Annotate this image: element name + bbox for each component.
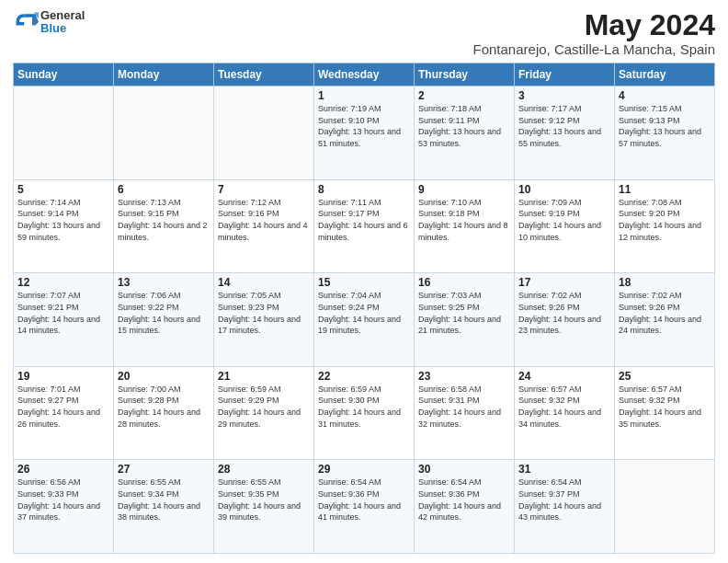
day-detail: Sunrise: 6:54 AMSunset: 9:36 PMDaylight:…	[318, 477, 410, 523]
table-row: 7 Sunrise: 7:12 AMSunset: 9:16 PMDayligh…	[214, 179, 314, 273]
table-row: 2 Sunrise: 7:18 AMSunset: 9:11 PMDayligh…	[415, 86, 515, 180]
day-number: 25	[619, 370, 711, 383]
title-block: May 2024 Fontanarejo, Castille-La Mancha…	[473, 9, 715, 57]
table-row: 11 Sunrise: 7:08 AMSunset: 9:20 PMDaylig…	[615, 179, 715, 273]
day-detail: Sunrise: 6:57 AMSunset: 9:32 PMDaylight:…	[518, 384, 610, 430]
day-number: 7	[218, 183, 310, 196]
day-detail: Sunrise: 7:14 AMSunset: 9:14 PMDaylight:…	[17, 197, 109, 243]
day-detail: Sunrise: 7:01 AMSunset: 9:27 PMDaylight:…	[17, 384, 109, 430]
col-thursday: Thursday	[415, 63, 515, 86]
day-number: 17	[518, 276, 610, 289]
table-row: 26 Sunrise: 6:56 AMSunset: 9:33 PMDaylig…	[14, 460, 114, 554]
day-number: 15	[318, 276, 410, 289]
col-wednesday: Wednesday	[314, 63, 415, 86]
table-row: 1 Sunrise: 7:19 AMSunset: 9:10 PMDayligh…	[314, 86, 415, 180]
day-number: 5	[17, 183, 109, 196]
day-number: 6	[118, 183, 210, 196]
logo-text: General Blue	[40, 9, 85, 36]
table-row: 17 Sunrise: 7:02 AMSunset: 9:26 PMDaylig…	[515, 273, 615, 367]
calendar-title: May 2024	[473, 9, 715, 41]
day-detail: Sunrise: 7:15 AMSunset: 9:13 PMDaylight:…	[619, 103, 711, 149]
day-number: 14	[218, 276, 310, 289]
table-row: 24 Sunrise: 6:57 AMSunset: 9:32 PMDaylig…	[515, 366, 615, 460]
day-detail: Sunrise: 6:54 AMSunset: 9:37 PMDaylight:…	[518, 477, 610, 523]
day-number: 18	[619, 276, 711, 289]
table-row: 29 Sunrise: 6:54 AMSunset: 9:36 PMDaylig…	[314, 460, 415, 554]
logo-blue: Blue	[40, 22, 85, 35]
calendar-week-4: 19 Sunrise: 7:01 AMSunset: 9:27 PMDaylig…	[14, 366, 715, 460]
table-row: 19 Sunrise: 7:01 AMSunset: 9:27 PMDaylig…	[14, 366, 114, 460]
table-row: 10 Sunrise: 7:09 AMSunset: 9:19 PMDaylig…	[515, 179, 615, 273]
day-number: 2	[418, 89, 510, 102]
day-detail: Sunrise: 6:59 AMSunset: 9:30 PMDaylight:…	[318, 384, 410, 430]
calendar-week-5: 26 Sunrise: 6:56 AMSunset: 9:33 PMDaylig…	[14, 460, 715, 554]
day-number: 28	[218, 463, 310, 476]
day-number: 12	[17, 276, 109, 289]
table-row: 21 Sunrise: 6:59 AMSunset: 9:29 PMDaylig…	[214, 366, 314, 460]
day-number: 16	[418, 276, 510, 289]
table-row: 16 Sunrise: 7:03 AMSunset: 9:25 PMDaylig…	[415, 273, 515, 367]
table-row: 20 Sunrise: 7:00 AMSunset: 9:28 PMDaylig…	[114, 366, 214, 460]
col-saturday: Saturday	[615, 63, 715, 86]
day-detail: Sunrise: 7:18 AMSunset: 9:11 PMDaylight:…	[418, 103, 510, 149]
table-row: 5 Sunrise: 7:14 AMSunset: 9:14 PMDayligh…	[14, 179, 114, 273]
day-detail: Sunrise: 6:57 AMSunset: 9:32 PMDaylight:…	[619, 384, 711, 430]
day-number: 29	[318, 463, 410, 476]
day-number: 9	[418, 183, 510, 196]
calendar-subtitle: Fontanarejo, Castille-La Mancha, Spain	[473, 41, 715, 57]
day-detail: Sunrise: 7:11 AMSunset: 9:17 PMDaylight:…	[318, 197, 410, 243]
table-row: 8 Sunrise: 7:11 AMSunset: 9:17 PMDayligh…	[314, 179, 415, 273]
table-row: 14 Sunrise: 7:05 AMSunset: 9:23 PMDaylig…	[214, 273, 314, 367]
day-detail: Sunrise: 7:07 AMSunset: 9:21 PMDaylight:…	[17, 290, 109, 336]
table-row: 13 Sunrise: 7:06 AMSunset: 9:22 PMDaylig…	[114, 273, 214, 367]
day-number: 13	[118, 276, 210, 289]
day-number: 3	[518, 89, 610, 102]
day-number: 31	[518, 463, 610, 476]
day-detail: Sunrise: 6:54 AMSunset: 9:36 PMDaylight:…	[418, 477, 510, 523]
day-number: 19	[17, 370, 109, 383]
table-row: 15 Sunrise: 7:04 AMSunset: 9:24 PMDaylig…	[314, 273, 415, 367]
day-number: 22	[318, 370, 410, 383]
table-row: 18 Sunrise: 7:02 AMSunset: 9:26 PMDaylig…	[615, 273, 715, 367]
table-row: 27 Sunrise: 6:55 AMSunset: 9:34 PMDaylig…	[114, 460, 214, 554]
logo-general: General	[40, 9, 85, 22]
day-detail: Sunrise: 7:08 AMSunset: 9:20 PMDaylight:…	[619, 197, 711, 243]
table-row	[615, 460, 715, 554]
col-monday: Monday	[114, 63, 214, 86]
day-number: 8	[318, 183, 410, 196]
day-number: 23	[418, 370, 510, 383]
day-detail: Sunrise: 7:13 AMSunset: 9:15 PMDaylight:…	[118, 197, 210, 243]
day-detail: Sunrise: 7:17 AMSunset: 9:12 PMDaylight:…	[518, 103, 610, 149]
page: General Blue May 2024 Fontanarejo, Casti…	[0, 0, 728, 563]
day-number: 21	[218, 370, 310, 383]
table-row: 31 Sunrise: 6:54 AMSunset: 9:37 PMDaylig…	[515, 460, 615, 554]
day-detail: Sunrise: 7:00 AMSunset: 9:28 PMDaylight:…	[118, 384, 210, 430]
day-detail: Sunrise: 6:55 AMSunset: 9:35 PMDaylight:…	[218, 477, 310, 523]
day-number: 27	[118, 463, 210, 476]
table-row	[214, 86, 314, 180]
day-detail: Sunrise: 7:02 AMSunset: 9:26 PMDaylight:…	[619, 290, 711, 336]
day-detail: Sunrise: 6:55 AMSunset: 9:34 PMDaylight:…	[118, 477, 210, 523]
calendar-week-3: 12 Sunrise: 7:07 AMSunset: 9:21 PMDaylig…	[14, 273, 715, 367]
table-row: 4 Sunrise: 7:15 AMSunset: 9:13 PMDayligh…	[615, 86, 715, 180]
table-row	[114, 86, 214, 180]
day-number: 1	[318, 89, 410, 102]
day-number: 11	[619, 183, 711, 196]
day-detail: Sunrise: 7:19 AMSunset: 9:10 PMDaylight:…	[318, 103, 410, 149]
table-row	[14, 86, 114, 180]
col-friday: Friday	[515, 63, 615, 86]
table-row: 28 Sunrise: 6:55 AMSunset: 9:35 PMDaylig…	[214, 460, 314, 554]
calendar-table: Sunday Monday Tuesday Wednesday Thursday…	[13, 63, 715, 554]
day-number: 26	[17, 463, 109, 476]
calendar-week-1: 1 Sunrise: 7:19 AMSunset: 9:10 PMDayligh…	[14, 86, 715, 180]
col-tuesday: Tuesday	[214, 63, 314, 86]
calendar-week-2: 5 Sunrise: 7:14 AMSunset: 9:14 PMDayligh…	[14, 179, 715, 273]
table-row: 30 Sunrise: 6:54 AMSunset: 9:36 PMDaylig…	[415, 460, 515, 554]
table-row: 6 Sunrise: 7:13 AMSunset: 9:15 PMDayligh…	[114, 179, 214, 273]
logo: General Blue	[13, 9, 85, 36]
day-number: 10	[518, 183, 610, 196]
day-detail: Sunrise: 7:05 AMSunset: 9:23 PMDaylight:…	[218, 290, 310, 336]
table-row: 25 Sunrise: 6:57 AMSunset: 9:32 PMDaylig…	[615, 366, 715, 460]
day-number: 30	[418, 463, 510, 476]
day-detail: Sunrise: 7:02 AMSunset: 9:26 PMDaylight:…	[518, 290, 610, 336]
